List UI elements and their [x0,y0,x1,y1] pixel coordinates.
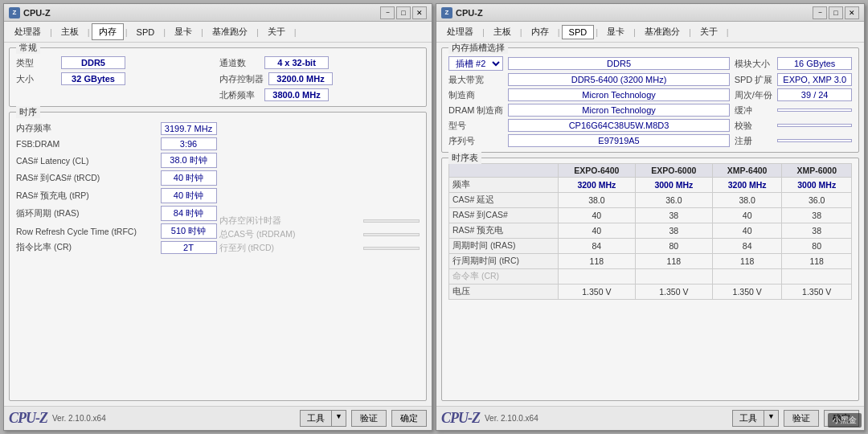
cr-expo6000 [635,269,712,285]
tras-expo6400: 84 [558,239,635,254]
trcd-xmp6400: 40 [712,208,782,223]
titlebar-1: Z CPU-Z － □ ✕ [4,4,432,22]
tools-dropdown-1[interactable]: 工具 ▼ [300,410,346,427]
timing-table-label: 时序表 [448,152,481,164]
close-btn-2[interactable]: ✕ [845,6,859,19]
general-label: 常规 [16,43,40,54]
tab-board-1[interactable]: 主板 [54,23,86,40]
trfc-value: 510 时钟 [161,223,217,239]
tab-processor-2[interactable]: 处理器 [440,23,481,40]
nb-row: 北桥频率 3800.0 MHz [219,88,420,101]
type-label: 类型 [16,57,56,69]
row2col-row: 行至列 (tRCD) [219,243,420,254]
cl-expo6000: 36.0 [635,193,712,208]
cl-row: CAS# 延迟 38.0 36.0 38.0 36.0 [449,193,852,208]
tab-spd-2[interactable]: SPD [562,25,595,39]
week-year-value: 39 / 24 [777,88,852,101]
mfr-label: 制造商 [448,89,503,101]
footer-logo-2: CPU-Z [441,410,480,427]
tools-arrow-2[interactable]: ▼ [764,410,779,427]
col-header-empty [449,164,559,178]
cr-row: 命令率 (CR) [449,269,852,285]
col-header-xmp6000: XMP-6000 [782,164,852,178]
trcd-label: RAS# 到CAS# (tRCD) [16,173,100,184]
maximize-btn-1[interactable]: □ [396,6,411,19]
part-label: 型号 [448,120,503,132]
tab-board-2[interactable]: 主板 [486,23,518,40]
idle-label: 内存空闲计时器 [219,215,281,227]
verify-btn-2[interactable]: 验证 [784,410,819,427]
check-label: 校验 [735,120,773,132]
freq-xmp6000: 3000 MHz [782,178,852,193]
channels-label: 通道数 [219,57,260,69]
fsbdram-value: 3:96 [161,137,217,150]
minimize-btn-2[interactable]: － [813,6,827,19]
maximize-btn-2[interactable]: □ [829,6,843,19]
tras-row: 周期时间 (tRAS) 84 80 84 80 [449,239,852,254]
menubar-2: 处理器 | 主板 | 内存 | SPD | 显卡 | 基准跑分 | 关于 | [436,22,864,43]
trcd-expo6400: 40 [558,208,635,223]
tab-gpu-1[interactable]: 显卡 [167,23,199,40]
titlebar-2: Z CPU-Z － □ ✕ [436,4,864,22]
minimize-btn-1[interactable]: － [380,6,395,19]
size-value: 32 GBytes [61,72,125,85]
slot-selector[interactable]: 插槽 #2 [448,56,503,71]
window-controls-1: － □ ✕ [380,6,427,19]
part-value: CP16G64C38U5W.M8D3 [508,119,729,132]
max-bw-value: DDR5-6400 (3200 MHz) [508,73,729,86]
ok-btn-1[interactable]: 确定 [391,410,427,427]
row2col-label: 行至列 (tRCD) [219,243,275,254]
dram-mfr-label: DRAM 制造商 [448,104,503,117]
tab-processor-1[interactable]: 处理器 [7,23,48,40]
cr-value: 2T [161,241,217,254]
dram-mfr-value: Micron Technology [508,104,729,117]
nb-label: 北桥频率 [219,89,260,101]
tab-memory-2[interactable]: 内存 [524,23,556,40]
tab-spd-1[interactable]: SPD [129,25,162,39]
trc-row: 行周期时间 (tRC) 118 118 118 118 [449,254,852,269]
cr-label: 指令比率 (CR) [16,242,72,253]
size-row: 大小 32 GBytes [16,72,216,85]
tab-gpu-2[interactable]: 显卡 [600,23,632,40]
tools-btn-2[interactable]: 工具 [732,410,764,427]
buffer-value [777,108,852,112]
freq-row: 频率 3200 MHz 3000 MHz 3200 MHz 3000 MHz [449,178,852,193]
week-year-label: 周次/年份 [735,89,773,101]
tools-dropdown-2[interactable]: 工具 ▼ [732,410,779,427]
voltage-expo6400: 1.350 V [558,285,635,300]
buffer-label: 缓冲 [735,104,773,117]
footer-ver-2: Ver. 2.10.0.x64 [485,414,727,423]
tab-about-2[interactable]: 关于 [693,23,725,40]
trc-expo6400: 118 [558,254,635,269]
window-title-1: CPU-Z [23,8,51,18]
close-btn-1[interactable]: ✕ [412,6,427,19]
app-icon-2: Z [441,7,452,18]
tab-bench-2[interactable]: 基准跑分 [637,23,687,40]
timing-table-group: 时序表 EXPO-6400 EXPO-6000 XMP-6400 XMP-600… [441,158,859,401]
freq-expo6400: 3200 MHz [558,178,635,193]
timing-group: 时序 内存频率 3199.7 MHz FSB:DRAM 3:96 C [9,112,427,401]
serial-value: E97919A5 [508,134,729,147]
tools-arrow-1[interactable]: ▼ [331,410,346,427]
nb-value: 3800.0 MHz [264,88,329,101]
memfreq-row: 内存频率 3199.7 MHz [16,122,217,135]
trp-label: RAS# 预充电 [449,223,559,239]
trdram-row: 总CAS号 (tRDRAM) [219,229,420,240]
verify-btn-1[interactable]: 验证 [351,410,387,427]
trp-row: RAS# 预充电 40 38 40 38 [449,223,852,239]
window-title-2: CPU-Z [456,8,483,18]
footer-ver-1: Ver. 2.10.0.x64 [52,414,295,423]
type-value: DDR5 [61,56,125,69]
spd-timing-table: EXPO-6400 EXPO-6000 XMP-6400 XMP-6000 频率… [448,163,852,300]
trcd-row: RAS# 到CAS# (tRCD) 40 时钟 [16,170,217,186]
trp-label: RAS# 预充电 (tRP) [16,190,89,202]
trp-value: 40 时钟 [161,188,217,203]
cl-value: 38.0 时钟 [161,153,217,168]
tab-bench-1[interactable]: 基准跑分 [205,23,255,40]
watermark: 小黑金 [828,413,862,428]
row2col-value [363,247,420,250]
tools-btn-1[interactable]: 工具 [300,410,331,427]
tab-memory-1[interactable]: 内存 [92,23,124,40]
reg-value [777,139,852,142]
tab-about-1[interactable]: 关于 [260,23,293,40]
